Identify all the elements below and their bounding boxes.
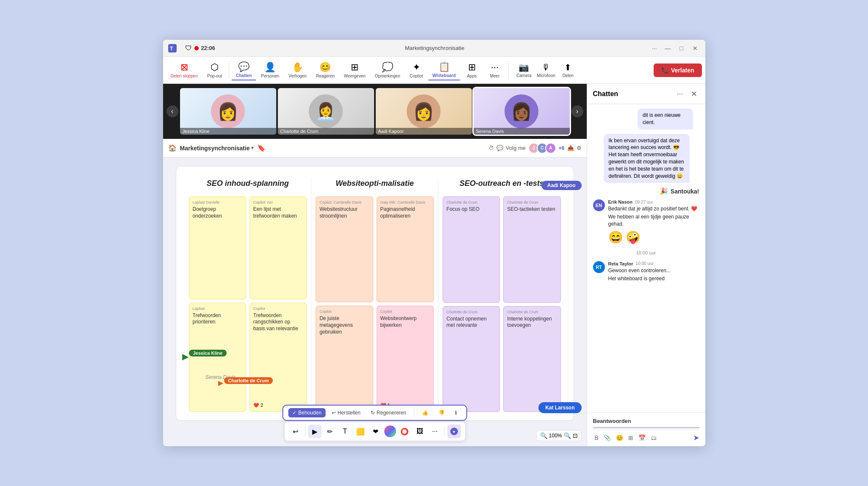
personen-icon: 👤: [264, 62, 276, 73]
zoom-out-button[interactable]: 🔍: [540, 432, 547, 439]
apps-chat-button[interactable]: ⊞: [627, 433, 635, 443]
window-title: Marketingsynchronisatie: [220, 45, 649, 51]
main-area: ‹ 👩 Jessica Kline 👩‍💼 Char: [163, 84, 705, 446]
fit-button[interactable]: ⊡: [573, 432, 578, 439]
reta-meta: Reta Taylor 10:00 uur: [608, 261, 671, 266]
verlaten-label: Verlaten: [671, 67, 694, 74]
copilot-tool[interactable]: ✦: [447, 425, 461, 438]
delen-stoppen-icon: ⊠: [180, 62, 188, 73]
participant-name-jessica: Jessica Kline: [180, 128, 276, 135]
video-prev-button[interactable]: ‹: [166, 105, 178, 117]
chat-panel: Chatten ··· ✕ dit is een nieuwe cient. I…: [587, 84, 705, 446]
reageren-icon: 😊: [319, 62, 331, 73]
more-format-button[interactable]: 🗂: [649, 433, 658, 443]
bookmark-icon: 🔖: [257, 144, 266, 152]
color-picker-tool[interactable]: [384, 425, 396, 437]
wb-card: Charlotte de Crum Interne koppelingen to…: [503, 306, 560, 412]
cursor-label-jessica: Jessica Kline: [189, 350, 227, 356]
shield-icon: 🛡: [185, 44, 192, 52]
toolbar-delen-stoppen[interactable]: ⊠ Delen stoppen: [166, 60, 202, 80]
volg-me-label: Volg me: [506, 145, 526, 151]
zoom-in-button[interactable]: 🔍: [564, 432, 571, 439]
toolbar-apps[interactable]: ⊞ Apps: [461, 60, 483, 80]
tool-sep: [305, 426, 305, 436]
erik-message-body: Erik Nason 09:27 uur Bedankt dat je alti…: [608, 199, 699, 244]
santouka-bubble: 🎉 Santouka!: [660, 187, 699, 195]
toolbar-separator-2: [508, 62, 509, 79]
heart-tool[interactable]: ❤: [369, 425, 383, 438]
delen-button[interactable]: ⬆ Delen: [559, 62, 577, 78]
teams-window: T 🛡 22:06 Marketingsynchronisatie ··· — …: [163, 40, 705, 446]
microfoon-button[interactable]: 🎙 Microfoon: [537, 63, 555, 78]
video-next-button[interactable]: ›: [571, 105, 583, 117]
wb-card: Gaty Mik: Cambrelle Davis Paginasnelheid…: [377, 196, 434, 302]
erik-emojis: 😄 🤪: [608, 230, 699, 244]
erik-text-2: We hebben al een tijdje geen pauze gehad…: [608, 213, 699, 228]
toolbar-opmerkingen[interactable]: 💭 Opmerkingen: [371, 60, 405, 80]
toolbar-verhogen[interactable]: ✋ Verhogen: [284, 60, 311, 80]
toolbar-copilot[interactable]: ✦ Copilot: [405, 60, 427, 80]
info-button[interactable]: ℹ: [451, 408, 461, 417]
thumbs-up-button[interactable]: 👍: [418, 408, 433, 417]
check-icon: ✓: [292, 410, 297, 416]
verhogen-label: Verhogen: [288, 74, 307, 78]
reageren-label: Reageren: [316, 74, 335, 78]
format-bold-button[interactable]: B: [593, 433, 600, 443]
maximize-button[interactable]: □: [677, 43, 687, 53]
toolbar-whiteboard[interactable]: 📋 Whiteboard: [428, 60, 460, 80]
chat-close-button[interactable]: ✕: [689, 88, 699, 99]
video-tile-aadi: 👩 Aadi Kapoor: [376, 88, 472, 135]
regenereren-button[interactable]: ↻ Regenereren: [366, 408, 410, 417]
meeting-toolbar: ⊠ Delen stoppen ⬡ Pop-out 💬 Chatten 👤 Pe…: [163, 57, 705, 84]
toolbar-weergeven[interactable]: ⊞ Weergeven: [340, 60, 370, 80]
delen-label: Delen: [563, 73, 574, 78]
more-tools[interactable]: ···: [428, 425, 442, 438]
avatar-3: A: [545, 143, 556, 154]
sticky-note-tool[interactable]: 🟨: [354, 425, 367, 438]
timer: 22:06: [201, 45, 215, 51]
image-tool[interactable]: 🖼: [413, 425, 427, 438]
minimize-button[interactable]: —: [663, 43, 673, 53]
reply-label: Beantwoorden: [593, 416, 699, 428]
home-icon: 🏠: [168, 144, 177, 152]
timer-icon: ⏱: [488, 145, 494, 151]
toolbar-chatten[interactable]: 💬 Chatten: [232, 60, 256, 80]
behouden-button[interactable]: ✓ Behouden: [288, 408, 326, 417]
text-tool[interactable]: T: [338, 425, 352, 438]
pen-tool[interactable]: ✏: [323, 425, 337, 438]
attach-button[interactable]: 📎: [602, 433, 613, 443]
erik-text-1: Bedankt dat je altijd zo positief bent. …: [608, 205, 699, 213]
apps-icon: ⊞: [468, 62, 476, 73]
emoji-button[interactable]: 😊: [614, 433, 625, 443]
more-button[interactable]: ···: [649, 43, 660, 53]
camera-icon: 📷: [519, 62, 529, 72]
meeting-button[interactable]: 📅: [637, 433, 647, 443]
whiteboard-area: SEO inhoud-splanning Laplast Danielle Do…: [163, 157, 587, 446]
wb-card: Charlotte de Crum SEO-tactieken testen: [503, 196, 560, 303]
chat-more-button[interactable]: ···: [674, 88, 685, 99]
close-button[interactable]: ✕: [690, 43, 700, 53]
verhogen-icon: ✋: [292, 62, 303, 73]
chat-bubble-2: Ik ben ervan overtuigd dat deze lancerin…: [604, 134, 699, 183]
toolbar-pop-out[interactable]: ⬡ Pop-out: [203, 60, 226, 80]
toolbar-personen[interactable]: 👤 Personen: [257, 60, 283, 80]
verlaten-button[interactable]: 📞 Verlaten: [654, 64, 702, 77]
toolbar-separator: [229, 62, 229, 79]
camera-label: Camera: [516, 73, 532, 78]
herstellen-button[interactable]: ↩ Herstellen: [327, 408, 365, 417]
camera-button[interactable]: 📷 Camera: [515, 62, 533, 78]
participant-name-aadi: Aadi Kapoor: [376, 128, 472, 135]
video-tile-jessica: 👩 Jessica Kline: [180, 88, 276, 135]
cursor-jessica: ▶ Jessica Kline: [182, 351, 189, 362]
toolbar-reageren[interactable]: 😊 Reageren: [312, 60, 339, 80]
wb-card: Charlotte de Crum Focus op SEO: [443, 196, 500, 303]
chat-message-erik: EN Erik Nason 09:27 uur Bedankt dat je a…: [593, 199, 699, 244]
shape-tool[interactable]: ⭕: [398, 425, 411, 438]
send-button[interactable]: ➤: [693, 433, 699, 442]
settings-icon: ⚙: [577, 145, 582, 151]
wb-column-seo-outreach: SEO-outreach en -tests Charlotte de Crum…: [438, 179, 565, 412]
select-tool[interactable]: ▶: [308, 425, 322, 438]
toolbar-meer[interactable]: ··· Meer: [484, 60, 506, 80]
undo-button[interactable]: ↩: [289, 425, 302, 438]
thumbs-down-button[interactable]: 👎: [434, 408, 449, 417]
